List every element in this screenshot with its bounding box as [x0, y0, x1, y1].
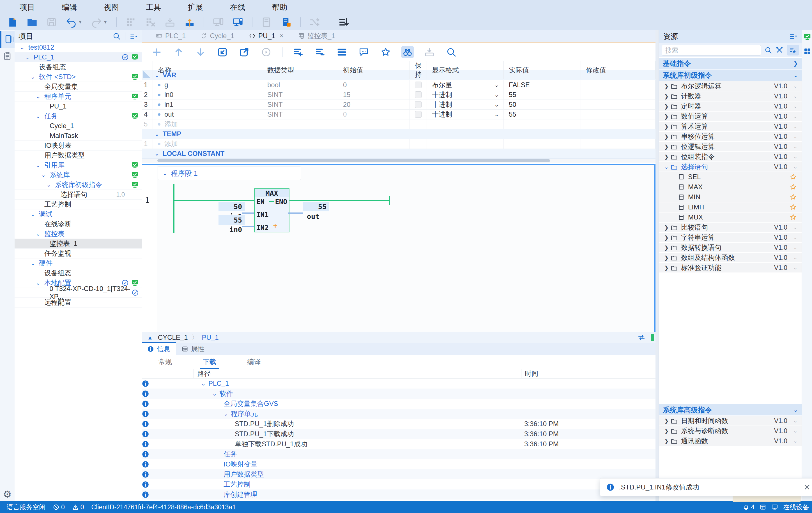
tree-item-PLC_1[interactable]: ⌄PLC_1 — [14, 53, 142, 62]
resource-item-通讯函数[interactable]: ❯通讯函数V1.0⌄ — [659, 436, 802, 446]
message-row[interactable]: IO映射变量 — [142, 459, 656, 469]
tree-item-调试[interactable]: ⌄调试 — [14, 209, 142, 219]
pin-in1[interactable]: IN1 — [256, 211, 268, 219]
breadcrumb-item-cycle[interactable]: CYCLE_1 — [158, 334, 188, 341]
tree-item-选择语句[interactable]: 选择语句1.0 — [14, 190, 142, 200]
variable-row-out[interactable]: 4outSINT0十进制⌄55 — [142, 110, 656, 119]
column-header-modify[interactable]: 修改值 — [581, 61, 656, 79]
cell-display-format[interactable]: 布尔量⌄ — [427, 80, 504, 90]
cell-name[interactable]: 添加 — [153, 119, 262, 129]
resource-item-算术运算[interactable]: ❯算术运算V1.0⌄ — [659, 122, 802, 131]
cell-datatype[interactable]: bool — [262, 80, 338, 90]
tree-item-系统库[interactable]: ⌄系统库 — [14, 170, 142, 180]
cell-initial-value[interactable]: 0 — [338, 110, 410, 119]
notifications-bell[interactable]: 4 — [743, 504, 755, 511]
variable-row-g[interactable]: 1gbool0布尔量⌄FALSE — [142, 80, 656, 90]
message-row[interactable]: ⌄程序单元 — [142, 409, 656, 419]
undo-button[interactable]: ▼ — [66, 17, 83, 28]
star-icon[interactable] — [789, 214, 797, 221]
resource-item-系统与诊断函数[interactable]: ❯系统与诊断函数V1.0⌄ — [659, 426, 802, 435]
tree-item-IO映射表[interactable]: IO映射表 — [14, 141, 142, 151]
pin-en[interactable]: EN — [256, 198, 264, 206]
resource-item-字符串运算[interactable]: ❯字符串运算V1.0⌄ — [659, 233, 802, 242]
star-icon[interactable] — [789, 193, 797, 201]
cell-initial-value[interactable] — [338, 119, 410, 129]
cell-datatype[interactable]: SINT — [262, 90, 338, 99]
export-button[interactable] — [238, 46, 251, 58]
tree-item-在线诊断[interactable]: 在线诊断 — [14, 219, 142, 229]
device-card-active-button[interactable] — [281, 17, 292, 28]
chevron-right-icon[interactable]: ❯ — [662, 428, 671, 434]
star-icon[interactable] — [789, 183, 797, 191]
cell-modify-value[interactable] — [581, 139, 656, 149]
chevron-down-icon[interactable]: ⌄ — [24, 54, 31, 61]
tree-item-引用库[interactable]: ⌄引用库 — [14, 160, 142, 170]
variable-row-in0[interactable]: 2in0SINT15十进制⌄55 — [142, 90, 656, 100]
tab-PU_1[interactable]: PU_1× — [242, 30, 289, 42]
chevron-down-icon[interactable]: ⌄ — [29, 260, 36, 267]
message-row[interactable]: 用户数据类型 — [142, 469, 656, 479]
star-icon[interactable] — [789, 204, 797, 211]
cell-actual-value[interactable]: FALSE — [504, 80, 581, 90]
crossed-tools-icon[interactable] — [776, 46, 783, 54]
monitor-watch-button[interactable] — [401, 46, 414, 58]
cell-initial-value[interactable] — [338, 139, 410, 149]
tree-item-设备组态[interactable]: 设备组态 — [14, 62, 142, 72]
chevron-down-icon[interactable]: ⌄ — [224, 411, 228, 417]
tree-item-任务监视[interactable]: 任务监视 — [14, 249, 142, 259]
tree-item-监控表_1[interactable]: 监控表_1 — [14, 239, 142, 249]
message-row[interactable]: STD.PU_1删除成功3:36:10 PM — [142, 419, 656, 429]
chevron-right-icon[interactable]: ❯ — [662, 224, 671, 231]
favorites-filter-button[interactable] — [787, 45, 799, 56]
subtab-常规[interactable]: 常规 — [158, 355, 172, 369]
chevron-right-icon[interactable]: ❯ — [662, 438, 671, 444]
retain-checkbox[interactable] — [415, 111, 422, 118]
cell-modify-value[interactable] — [581, 80, 656, 90]
cell-modify-value[interactable] — [581, 119, 656, 129]
chevron-down-icon[interactable]: ⌄ — [29, 73, 36, 80]
chevron-down-icon[interactable]: ⌄ — [34, 231, 42, 237]
tree-item-test0812[interactable]: ⌄test0812 — [14, 42, 142, 53]
chevron-right-icon[interactable]: ❯ — [662, 234, 671, 241]
chevron-down-icon[interactable]: ⌄ — [45, 181, 53, 188]
list-view-button[interactable] — [336, 46, 348, 58]
column-header-datatype[interactable]: 数据类型 — [262, 61, 338, 79]
dropdown-caret-icon[interactable]: ▼ — [78, 20, 83, 25]
chevron-down-icon[interactable]: ⌄ — [212, 391, 217, 397]
chevron-down-icon[interactable]: ⌄ — [154, 131, 159, 138]
favorite-button[interactable] — [379, 46, 392, 58]
upload-project-button[interactable] — [184, 17, 195, 28]
close-icon[interactable]: ✕ — [804, 483, 810, 492]
chevron-down-icon[interactable]: ⌄ — [34, 113, 42, 119]
project-explorer-icon[interactable] — [0, 31, 16, 48]
chevron-down-icon[interactable]: ⌄ — [154, 72, 159, 79]
cell-retain[interactable] — [410, 119, 427, 129]
message-row[interactable]: ⌄PLC_1 — [142, 379, 656, 389]
collapse-all-icon[interactable] — [129, 32, 138, 40]
resource-item-比较语句[interactable]: ❯比较语句V1.0⌄ — [659, 222, 802, 232]
cell-retain[interactable] — [410, 139, 427, 149]
cell-retain[interactable] — [410, 80, 427, 90]
cell-name[interactable]: in1 — [153, 100, 262, 109]
resource-item-位组装指令[interactable]: ❯位组装指令V1.0⌄ — [659, 152, 802, 161]
tree-item-监控表[interactable]: ⌄监控表 — [14, 229, 142, 239]
resource-item-数值运算[interactable]: ❯数值运算V1.0⌄ — [659, 112, 802, 121]
menu-item-0[interactable]: 项目 — [20, 2, 35, 12]
panel-tab-属性[interactable]: 属性 — [176, 343, 210, 355]
chevron-right-icon[interactable]: ❯ — [662, 123, 671, 130]
cell-modify-value[interactable] — [581, 90, 656, 99]
search-icon[interactable] — [113, 32, 121, 40]
collapse-panel-icon[interactable]: ▲ — [147, 334, 153, 341]
tree-item-程序单元[interactable]: ⌄程序单元 — [14, 92, 142, 101]
tree-item-PU_1[interactable]: PU_1 — [14, 101, 142, 111]
tree-item-设备组态[interactable]: 设备组态 — [14, 268, 142, 278]
settings-gear-icon[interactable]: ⚙ — [0, 487, 14, 501]
subtab-下载[interactable]: 下载 — [203, 355, 216, 369]
column-header-retain[interactable]: 保持 — [410, 61, 427, 79]
delete-row-button[interactable] — [314, 46, 326, 58]
message-row[interactable]: 库创建管理 — [142, 489, 656, 500]
cell-actual-value[interactable] — [504, 139, 581, 149]
resource-item-计数器[interactable]: ❯计数器V1.0⌄ — [659, 91, 802, 101]
resource-item-LIMIT[interactable]: LIMIT — [659, 202, 802, 212]
tree-item-Cycle_1[interactable]: Cycle_1 — [14, 121, 142, 131]
